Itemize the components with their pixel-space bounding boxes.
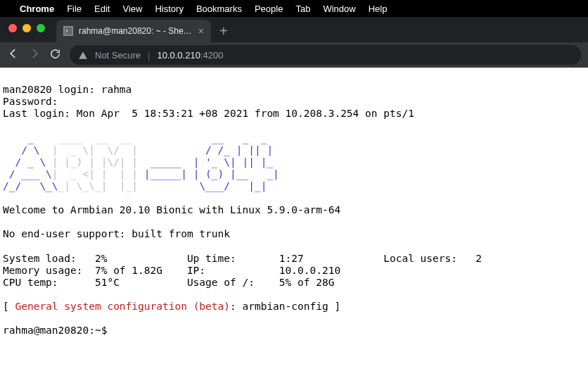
fullscreen-window-icon[interactable] bbox=[37, 24, 45, 32]
stats-line-3: CPU temp: 51°C Usage of /: 5% of 28G bbox=[3, 277, 334, 288]
address-bar[interactable]: Not Secure | 10.0.0.210:4200 bbox=[70, 45, 581, 65]
new-tab-button[interactable]: + bbox=[219, 23, 228, 42]
svg-rect-0 bbox=[65, 27, 72, 35]
tab-title: rahma@man20820: ~ - Shell In bbox=[79, 26, 193, 36]
not-secure-icon bbox=[78, 51, 88, 59]
support-line: No end-user support: built from trunk bbox=[3, 228, 230, 239]
tab-strip: rahma@man20820: ~ - Shell In × + bbox=[0, 17, 588, 42]
login-line: man20820 login: rahma bbox=[3, 84, 132, 95]
browser-chrome: rahma@man20820: ~ - Shell In × + Not Sec… bbox=[0, 17, 588, 68]
stats-line-1: System load: 2% Up time: 1:27 Local user… bbox=[3, 253, 482, 264]
stats-line-2: Memory usage: 7% of 1.82G IP: 10.0.0.210 bbox=[3, 265, 340, 276]
menubar-people[interactable]: People bbox=[255, 4, 283, 14]
menubar-edit[interactable]: Edit bbox=[94, 4, 110, 14]
menubar-history[interactable]: History bbox=[155, 4, 183, 14]
browser-toolbar: Not Secure | 10.0.0.210:4200 bbox=[0, 42, 588, 68]
window-controls bbox=[8, 24, 45, 32]
menubar-bookmarks[interactable]: Bookmarks bbox=[196, 4, 242, 14]
menubar-window[interactable]: Window bbox=[323, 4, 355, 14]
back-button[interactable] bbox=[7, 47, 20, 63]
menubar-tab[interactable]: Tab bbox=[295, 4, 310, 14]
password-line: Password: bbox=[3, 96, 58, 107]
not-secure-label: Not Secure bbox=[95, 50, 141, 61]
ascii-art-banner: _ ____ __ __ __ _ _ / \ | _ \| \/ | / /_… bbox=[3, 132, 585, 193]
browser-tab[interactable]: rahma@man20820: ~ - Shell In × bbox=[56, 20, 211, 42]
config-line: [ General system configuration (beta): a… bbox=[3, 301, 340, 312]
minimize-window-icon[interactable] bbox=[23, 24, 31, 32]
menubar-view[interactable]: View bbox=[122, 4, 142, 14]
close-tab-icon[interactable]: × bbox=[198, 25, 204, 37]
macos-menubar: Chrome File Edit View History Bookmarks … bbox=[0, 0, 588, 17]
close-window-icon[interactable] bbox=[8, 24, 17, 32]
terminal-favicon-icon bbox=[63, 26, 73, 36]
shell-prompt: rahma@man20820:~$ bbox=[3, 325, 107, 336]
omnibox-divider: | bbox=[148, 50, 150, 61]
menubar-app[interactable]: Chrome bbox=[20, 4, 54, 14]
reload-button[interactable] bbox=[49, 48, 61, 63]
terminal-content[interactable]: man20820 login: rahma Password: Last log… bbox=[0, 68, 588, 341]
welcome-line: Welcome to Armbian 20.10 Bionic with Lin… bbox=[3, 204, 340, 215]
url-text: 10.0.0.210:4200 bbox=[157, 50, 223, 61]
menubar-file[interactable]: File bbox=[67, 4, 82, 14]
last-login-line: Last login: Mon Apr 5 18:53:21 +08 2021 … bbox=[3, 108, 414, 119]
menubar-help[interactable]: Help bbox=[369, 4, 388, 14]
forward-button[interactable] bbox=[28, 47, 41, 63]
